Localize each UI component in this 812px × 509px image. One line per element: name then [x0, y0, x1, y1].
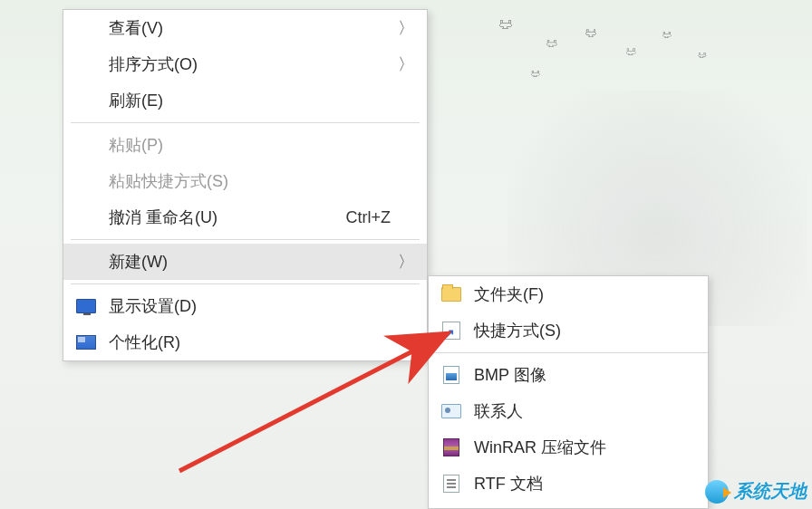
rtf-file-icon: [441, 475, 461, 493]
monitor-icon: [76, 297, 96, 315]
menu-item-label: BMP 图像: [474, 364, 546, 386]
personalize-icon: [76, 333, 96, 351]
menu-item-personalize[interactable]: 个性化(R): [63, 324, 427, 360]
menu-separator: [71, 239, 420, 240]
menu-item-label: 快捷方式(S): [474, 320, 561, 341]
folder-icon: [441, 285, 461, 303]
wallpaper-bird-icon: 𐃟: [498, 16, 513, 33]
menu-item-label: 撤消 重命名(U): [109, 206, 218, 228]
menu-item-refresh[interactable]: 刷新(E): [63, 82, 427, 119]
menu-item-undo-rename[interactable]: 撤消 重命名(U) Ctrl+Z: [63, 199, 427, 235]
globe-logo-icon: [705, 480, 729, 504]
menu-item-label: RTF 文档: [474, 473, 543, 495]
menu-item-sort[interactable]: 排序方式(O) 〉: [63, 46, 427, 82]
menu-item-paste: 粘贴(P): [63, 127, 427, 163]
menu-item-new[interactable]: 新建(W) 〉: [63, 244, 427, 280]
menu-item-display-settings[interactable]: 显示设置(D): [63, 288, 427, 324]
watermark-text: 系统天地: [734, 479, 807, 504]
menu-item-label: WinRAR 压缩文件: [474, 437, 606, 458]
submenu-item-shortcut[interactable]: 快捷方式(S): [429, 312, 708, 349]
contact-card-icon: [441, 402, 461, 420]
menu-separator: [71, 283, 420, 284]
menu-item-label: 粘贴快捷方式(S): [109, 170, 228, 192]
wallpaper-bird-icon: 𐃟: [585, 25, 597, 40]
wallpaper-bird-icon: 𐃟: [698, 50, 707, 60]
new-submenu: 文件夹(F) 快捷方式(S) BMP 图像 联系人 WinRAR 压缩文件 RT…: [428, 275, 709, 509]
chevron-right-icon: 〉: [398, 17, 414, 39]
menu-item-label: 显示设置(D): [109, 295, 197, 317]
menu-item-shortcut: Ctrl+Z: [346, 208, 392, 227]
submenu-item-winrar[interactable]: WinRAR 压缩文件: [429, 429, 708, 466]
watermark: 系统天地: [705, 479, 807, 504]
bmp-file-icon: [441, 366, 461, 384]
menu-item-label: 联系人: [474, 400, 523, 422]
menu-separator: [429, 352, 708, 353]
menu-item-label: 文件夹(F): [474, 283, 544, 305]
menu-item-paste-shortcut: 粘贴快捷方式(S): [63, 163, 427, 199]
submenu-item-contact[interactable]: 联系人: [429, 393, 708, 429]
submenu-item-folder[interactable]: 文件夹(F): [429, 276, 708, 312]
menu-item-label: 粘贴(P): [109, 134, 163, 156]
menu-separator: [71, 122, 420, 123]
submenu-item-rtf[interactable]: RTF 文档: [429, 466, 708, 502]
menu-item-view[interactable]: 查看(V) 〉: [63, 10, 427, 46]
shortcut-arrow-icon: [441, 322, 461, 340]
desktop-context-menu: 查看(V) 〉 排序方式(O) 〉 刷新(E) 粘贴(P) 粘贴快捷方式(S) …: [63, 9, 428, 361]
menu-item-label: 查看(V): [109, 17, 163, 39]
wallpaper-bird-icon: 𐃟: [546, 36, 557, 50]
wallpaper-bird-icon: 𐃟: [662, 29, 672, 40]
submenu-item-bmp[interactable]: BMP 图像: [429, 357, 708, 393]
wallpaper-bird-icon: 𐃟: [625, 45, 636, 58]
menu-item-label: 刷新(E): [109, 90, 163, 111]
menu-item-label: 新建(W): [109, 251, 168, 273]
chevron-right-icon: 〉: [398, 251, 414, 273]
winrar-archive-icon: [441, 438, 461, 456]
wallpaper-bird-icon: 𐃟: [530, 68, 540, 79]
menu-item-label: 个性化(R): [109, 331, 180, 353]
chevron-right-icon: 〉: [398, 53, 414, 75]
menu-item-label: 排序方式(O): [109, 53, 198, 75]
